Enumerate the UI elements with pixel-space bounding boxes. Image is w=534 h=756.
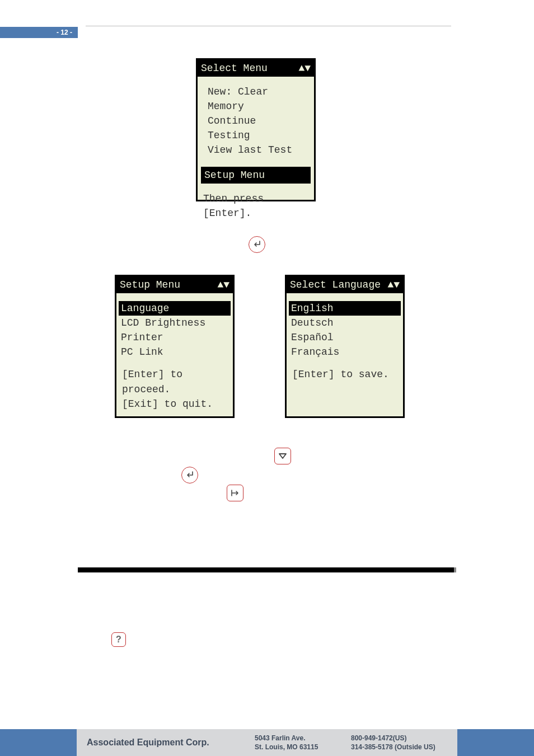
lcd3-header: Select Language ▲▼ [287, 276, 403, 293]
lcd1-header: Select Menu ▲▼ [198, 60, 314, 77]
lcd2-hint: [Enter] to proceed. [122, 367, 227, 396]
lcd3-item: Français [289, 345, 401, 359]
lcd2-hint: [Exit] to quit. [122, 397, 227, 411]
lcd1-item: View last Test [205, 143, 306, 157]
lcd-select-language: Select Language ▲▼ English Deutsch Españ… [285, 275, 405, 418]
lcd2-item: Printer [119, 330, 231, 345]
lcd2-selected: Language [119, 301, 231, 316]
lcd3-hint: [Enter] to save. [287, 359, 403, 392]
top-divider [86, 26, 451, 26]
lcd2-hints: [Enter] to proceed. [Exit] to quit. [116, 359, 233, 421]
footer-company: Associated Equipment Corp. [87, 738, 255, 748]
footer-phone: 800-949-1472(US) 314-385-5178 (Outside U… [351, 734, 447, 752]
enter-button-icon[interactable] [249, 236, 265, 253]
page-number-tab: - 12 - [0, 27, 78, 38]
lcd2-header: Setup Menu ▲▼ [116, 276, 233, 293]
lcd3-item: Deutsch [289, 316, 401, 330]
up-down-arrows-icon: ▲▼ [217, 278, 229, 292]
lcd2-item: LCD Brightness [119, 316, 231, 330]
lcd3-item: Español [289, 330, 401, 345]
help-button-icon[interactable]: ? [111, 632, 126, 647]
lcd1-body: New: Clear Memory Continue Testing View … [198, 77, 314, 158]
footer-address: 5043 Farlin Ave. St. Louis, MO 63115 [255, 734, 351, 752]
lcd1-item: New: Clear Memory [205, 84, 306, 114]
section-divider [78, 567, 454, 572]
lcd1-hint: Then press [Enter]. [198, 184, 314, 231]
lcd1-title: Select Menu [201, 61, 268, 76]
up-down-arrows-icon: ▲▼ [387, 278, 400, 292]
lcd-select-menu: Select Menu ▲▼ New: Clear Memory Continu… [196, 58, 316, 201]
down-button-icon[interactable] [274, 448, 291, 464]
lcd1-selected: Setup Menu [201, 167, 311, 184]
up-down-arrows-icon: ▲▼ [298, 61, 311, 76]
exit-button-icon[interactable] [227, 485, 243, 501]
lcd1-item: Continue Testing [205, 114, 306, 143]
lcd3-title: Select Language [290, 278, 381, 292]
lcd2-item: PC Link [119, 345, 231, 359]
lcd3-selected: English [289, 301, 401, 316]
lcd2-title: Setup Menu [120, 278, 180, 292]
lcd-setup-menu: Setup Menu ▲▼ Language LCD Brightness Pr… [115, 275, 235, 418]
page-footer: Associated Equipment Corp. 5043 Farlin A… [0, 729, 534, 756]
enter-button-icon[interactable] [181, 467, 198, 483]
